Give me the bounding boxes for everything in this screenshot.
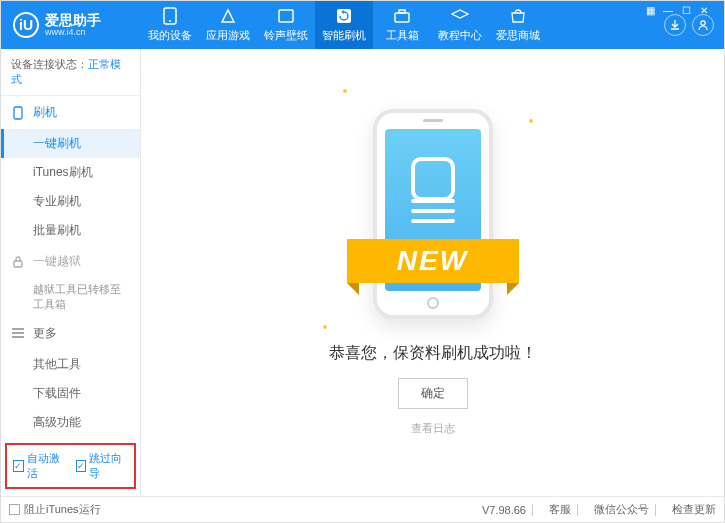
refresh-icon — [335, 7, 353, 25]
chk-label: 跳过向导 — [89, 451, 128, 481]
section-jailbreak[interactable]: 一键越狱 — [1, 245, 140, 278]
nav-label: 工具箱 — [386, 28, 419, 43]
svg-rect-4 — [395, 13, 409, 22]
sidebar-item-other[interactable]: 其他工具 — [1, 350, 140, 379]
download-button[interactable] — [664, 14, 686, 36]
nav-toolbox[interactable]: 工具箱 — [373, 1, 431, 49]
section-label: 刷机 — [33, 104, 57, 121]
title-icons — [654, 14, 724, 36]
nav-apps[interactable]: 应用游戏 — [199, 1, 257, 49]
auto-activate-checkbox[interactable]: ✓自动激活 — [13, 451, 66, 481]
menu-button[interactable]: ▦ — [643, 3, 657, 17]
svg-rect-8 — [14, 261, 22, 267]
nav-label: 智能刷机 — [322, 28, 366, 43]
section-label: 更多 — [33, 325, 57, 342]
nav-flash[interactable]: 智能刷机 — [315, 1, 373, 49]
toolbox-icon — [393, 7, 411, 25]
svg-rect-2 — [279, 10, 293, 22]
view-log-link[interactable]: 查看日志 — [411, 421, 455, 436]
svg-rect-7 — [14, 107, 22, 119]
minimize-button[interactable]: — — [661, 3, 675, 17]
app-url: www.i4.cn — [45, 27, 101, 37]
option-checks: ✓自动激活 ✓跳过向导 — [5, 443, 136, 489]
sidebar: 设备连接状态：正常模式 刷机 一键刷机 iTunes刷机 专业刷机 批量刷机 一… — [1, 49, 141, 496]
phone-flash-icon — [11, 106, 25, 120]
app-window: iU 爱思助手 www.i4.cn 我的设备 应用游戏 铃声壁纸 智能刷机 — [0, 0, 725, 523]
ribbon-text: NEW — [347, 239, 519, 283]
success-message: 恭喜您，保资料刷机成功啦！ — [329, 343, 537, 364]
section-label: 一键越狱 — [33, 253, 81, 270]
nav-store[interactable]: 爱思商城 — [489, 1, 547, 49]
graduation-icon — [451, 7, 469, 25]
nav-label: 应用游戏 — [206, 28, 250, 43]
section-more[interactable]: 更多 — [1, 317, 140, 350]
footer: 阻止iTunes运行 V7.98.66 客服 微信公众号 检查更新 — [1, 496, 724, 522]
phone-illustration: NEW — [373, 109, 493, 319]
skip-guide-checkbox[interactable]: ✓跳过向导 — [76, 451, 129, 481]
section-flash[interactable]: 刷机 — [1, 96, 140, 129]
block-itunes-checkbox[interactable]: 阻止iTunes运行 — [9, 502, 101, 517]
top-nav: 我的设备 应用游戏 铃声壁纸 智能刷机 工具箱 教程中心 — [141, 1, 654, 49]
nav-label: 铃声壁纸 — [264, 28, 308, 43]
nav-ringtones[interactable]: 铃声壁纸 — [257, 1, 315, 49]
connection-status: 设备连接状态：正常模式 — [1, 49, 140, 96]
logo: iU 爱思助手 www.i4.cn — [1, 12, 141, 38]
user-button[interactable] — [692, 14, 714, 36]
nav-tutorials[interactable]: 教程中心 — [431, 1, 489, 49]
window-controls: ▦ — ☐ ✕ — [643, 3, 719, 17]
wallpaper-icon — [277, 7, 295, 25]
conn-label: 设备连接状态： — [11, 58, 88, 70]
sidebar-item-advanced[interactable]: 高级功能 — [1, 408, 140, 437]
chk-label: 阻止iTunes运行 — [24, 502, 101, 517]
update-link[interactable]: 检查更新 — [672, 502, 716, 517]
titlebar: iU 爱思助手 www.i4.cn 我的设备 应用游戏 铃声壁纸 智能刷机 — [1, 1, 724, 49]
sidebar-item-download-firmware[interactable]: 下载固件 — [1, 379, 140, 408]
service-link[interactable]: 客服 — [549, 502, 571, 517]
svg-rect-5 — [399, 10, 405, 13]
success-illustration: NEW — [373, 109, 493, 319]
chk-label: 自动激活 — [27, 451, 66, 481]
more-icon — [11, 326, 25, 340]
version-label: V7.98.66 — [482, 504, 526, 516]
sidebar-item-pro[interactable]: 专业刷机 — [1, 187, 140, 216]
nav-my-device[interactable]: 我的设备 — [141, 1, 199, 49]
wechat-link[interactable]: 微信公众号 — [594, 502, 649, 517]
phone-icon — [161, 7, 179, 25]
svg-point-1 — [169, 20, 171, 22]
nav-label: 我的设备 — [148, 28, 192, 43]
ok-button[interactable]: 确定 — [398, 378, 468, 409]
apps-icon — [219, 7, 237, 25]
nav-label: 教程中心 — [438, 28, 482, 43]
new-ribbon: NEW — [347, 239, 519, 283]
jailbreak-note: 越狱工具已转移至 工具箱 — [1, 278, 140, 317]
nav-label: 爱思商城 — [496, 28, 540, 43]
sidebar-item-itunes[interactable]: iTunes刷机 — [1, 158, 140, 187]
logo-icon: iU — [13, 12, 39, 38]
maximize-button[interactable]: ☐ — [679, 3, 693, 17]
close-button[interactable]: ✕ — [697, 3, 711, 17]
sidebar-item-batch[interactable]: 批量刷机 — [1, 216, 140, 245]
main-content: NEW 恭喜您，保资料刷机成功啦！ 确定 查看日志 — [141, 49, 724, 496]
svg-point-6 — [701, 21, 705, 25]
store-icon — [509, 7, 527, 25]
app-name: 爱思助手 — [45, 13, 101, 27]
lock-icon — [11, 255, 25, 269]
sidebar-item-oneclick[interactable]: 一键刷机 — [1, 129, 140, 158]
